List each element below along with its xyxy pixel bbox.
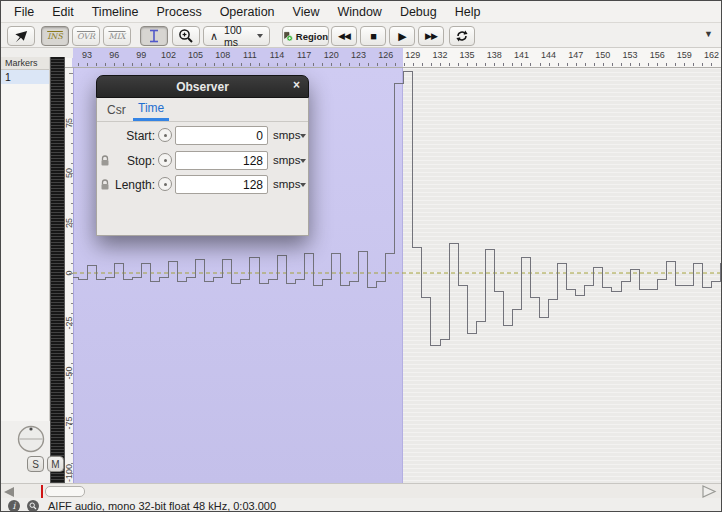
ruler-label: 102 [161,50,176,60]
pan-knob[interactable] [16,424,46,454]
menu-bar: FileEditTimelineProcessOperationViewWind… [1,1,721,23]
region-button[interactable]: Region [282,26,329,46]
axis-tick [71,163,73,164]
observer-dialog-titlebar[interactable]: Observer × [96,75,309,98]
fast-forward-button[interactable]: ▶▶ [418,26,444,46]
ruler-tick [232,63,233,66]
scrub-tool-button[interactable] [7,26,35,46]
ruler-label: 162 [704,50,719,60]
play-button[interactable]: ▶ [389,26,415,46]
close-icon[interactable]: × [293,78,300,92]
zoom-tool-button[interactable] [172,26,200,46]
ruler-tick [168,63,169,66]
scroll-left-icon[interactable] [4,487,14,497]
start-spinner[interactable] [158,128,172,142]
length-unit-dropdown-icon[interactable] [300,183,306,187]
menu-item-edit[interactable]: Edit [43,2,83,22]
mute-button-label: M [51,459,59,470]
menu-item-view[interactable]: View [284,2,329,22]
ruler-tick [105,63,106,66]
menu-item-process[interactable]: Process [147,2,210,22]
toolbar-overflow-icon[interactable]: ▼ [704,29,713,39]
ruler-tick [277,63,278,66]
overview-scrollbar[interactable] [1,483,722,498]
insert-mode-button[interactable]: INS [41,26,69,46]
menu-item-operation[interactable]: Operation [211,2,284,22]
length-input[interactable] [175,175,268,194]
stop-unit-dropdown-icon[interactable] [300,159,306,163]
ruler-tick [540,63,541,66]
stop-spinner[interactable] [158,153,172,167]
zoom-duration-combo[interactable]: ∧ 100 ms [203,26,270,46]
ruler-tick [178,63,179,66]
axis-tick [71,213,73,214]
length-row: Length: smps [97,175,308,195]
ruler-tick [78,63,79,66]
amplitude-axis: 7550250-25-50-75-100 [65,68,73,483]
overwrite-mode-button[interactable]: OVR [72,26,100,46]
axis-tick [69,373,73,374]
tab-time[interactable]: Time [133,98,169,121]
axis-tick [69,223,73,224]
menu-item-help[interactable]: Help [446,2,490,22]
ruler-tick [521,63,522,66]
combo-dropdown-icon [257,34,263,38]
rewind-button[interactable]: ◀◀ [331,26,357,46]
mix-mode-button[interactable]: MIX [103,26,131,46]
ruler-tick [413,63,414,66]
ruler-tick [196,63,197,66]
ruler-tick [711,63,712,66]
length-spinner[interactable] [158,177,172,191]
loop-button[interactable] [449,26,475,46]
start-unit[interactable]: smps [273,129,300,141]
ruler-tick [322,63,323,66]
length-unit[interactable]: smps [273,178,300,190]
stop-unit[interactable]: smps [273,154,300,166]
track-scroll-strip[interactable] [50,57,65,483]
start-input[interactable] [175,126,268,145]
axis-tick [69,123,73,124]
axis-tick [71,343,73,344]
axis-tick [71,313,73,314]
select-tool-button[interactable] [140,26,168,46]
ruler-tick [512,63,513,66]
ruler-label: 126 [378,50,393,60]
ruler-label: 141 [514,50,529,60]
scrollbar-thumb[interactable] [45,486,85,497]
menu-item-timeline[interactable]: Timeline [83,2,148,22]
ruler-tick [576,63,577,66]
menu-item-window[interactable]: Window [328,2,390,22]
markers-panel-title: Markers [1,57,49,70]
ruler-tick [331,63,332,66]
stop-input[interactable] [175,151,268,170]
ruler-tick [159,63,160,66]
zoom-status-icon[interactable] [27,500,39,512]
info-icon[interactable]: i [8,500,20,512]
menu-item-debug[interactable]: Debug [391,2,446,22]
ruler-label: 111 [243,50,257,60]
ruler-tick [648,63,649,66]
menu-item-file[interactable]: File [5,2,43,22]
tab-csr[interactable]: Csr [102,98,131,121]
axis-tick [71,443,73,444]
solo-button[interactable]: S [27,456,44,472]
ruler-tick [187,63,188,66]
track-control-panel [1,421,50,483]
start-unit-dropdown-icon[interactable] [300,134,306,138]
ruler-label: 114 [270,50,284,60]
axis-tick [71,193,73,194]
scroll-right-icon[interactable] [700,484,718,499]
ruler-tick [639,63,640,66]
ruler-tick [395,63,396,66]
marker-list-item[interactable]: 1 [1,70,49,84]
ruler-tick [666,63,667,66]
fast-forward-icon: ▶▶ [425,31,437,41]
timeline-ruler[interactable]: 9396991021051081111141171201231261291321… [1,48,722,68]
zoom-duration-value: 100 ms [224,24,257,48]
stop-button[interactable]: ■ [360,26,386,46]
axis-tick [71,393,73,394]
ruler-label: 138 [487,50,502,60]
axis-tick [71,143,73,144]
mute-button[interactable]: M [47,456,64,472]
stop-label: Stop: [109,154,155,168]
